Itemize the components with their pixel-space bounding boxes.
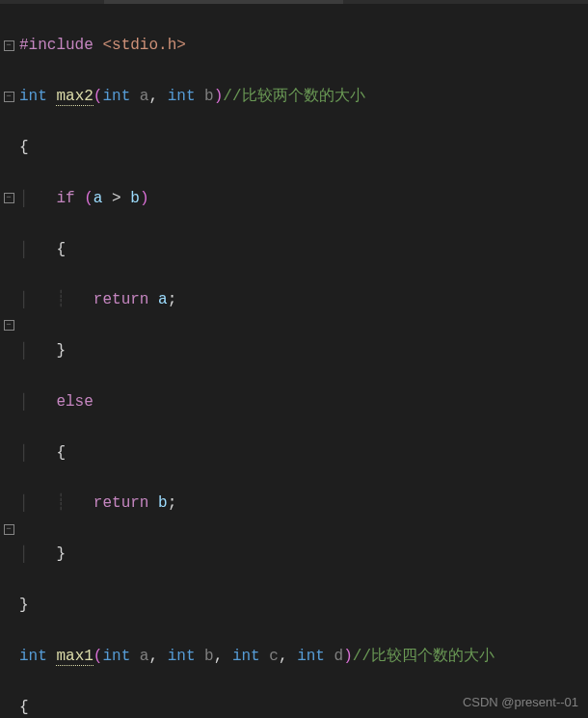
code-line[interactable]: {	[19, 135, 588, 160]
fold-toggle[interactable]: −	[0, 84, 17, 109]
fold-toggle[interactable]: −	[0, 33, 17, 58]
tab-active-indicator	[104, 0, 343, 4]
fold-gutter: − − − − −	[0, 8, 17, 718]
fold-toggle[interactable]: −	[0, 186, 17, 211]
code-line[interactable]: │ {	[19, 440, 588, 465]
watermark: CSDN @present--01	[463, 692, 578, 712]
fold-blank	[0, 8, 17, 33]
code-line[interactable]: }	[19, 593, 588, 618]
code-line[interactable]: │ else	[19, 389, 588, 414]
code-line[interactable]: int max2(int a, int b)//比较两个数的大小	[19, 84, 588, 109]
code-line[interactable]: │ if (a > b)	[19, 186, 588, 211]
fold-toggle[interactable]: −	[0, 517, 17, 542]
fold-toggle[interactable]: −	[0, 313, 17, 338]
function-name: max1	[56, 648, 93, 666]
function-name: max2	[56, 88, 93, 106]
code-line[interactable]: #include <stdio.h>	[19, 33, 588, 58]
code-line[interactable]: │ }	[19, 338, 588, 363]
comment: //比较两个数的大小	[223, 88, 364, 105]
code-editor[interactable]: − − − − − #include <stdio.h> int max2(in…	[0, 0, 588, 718]
comment: //比较四个数的大小	[353, 648, 494, 665]
code-line[interactable]: │ {	[19, 237, 588, 262]
code-line[interactable]: │ ┊ return b;	[19, 491, 588, 516]
code-content[interactable]: #include <stdio.h> int max2(int a, int b…	[17, 8, 588, 718]
code-line[interactable]: │ ┊ return a;	[19, 287, 588, 312]
preprocessor: #include	[19, 37, 94, 54]
code-line[interactable]: │ }	[19, 542, 588, 567]
include-header: <stdio.h>	[102, 37, 185, 54]
code-line[interactable]: int max1(int a, int b, int c, int d)//比较…	[19, 644, 588, 669]
